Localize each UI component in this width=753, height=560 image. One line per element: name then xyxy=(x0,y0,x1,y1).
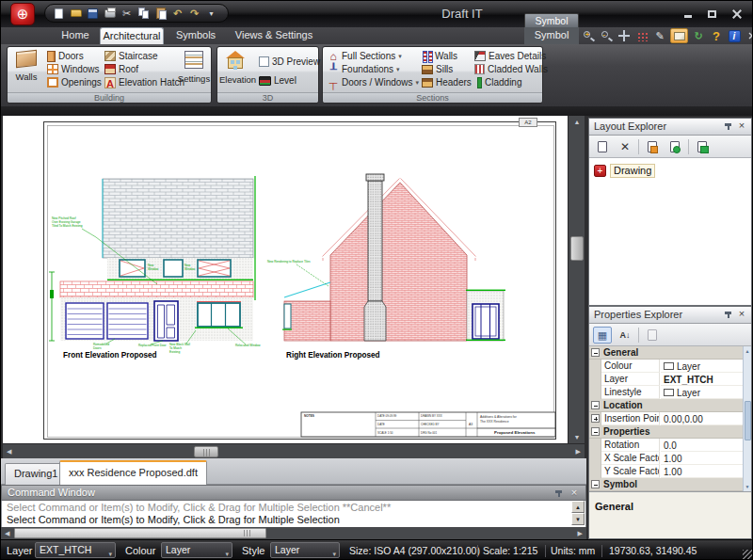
headers-button[interactable]: Headers xyxy=(422,76,472,88)
collapse-icon[interactable] xyxy=(591,427,600,436)
doc-tab-drawing1[interactable]: Drawing1 xyxy=(5,463,67,485)
property-row-rotation[interactable]: Rotation0.0 xyxy=(589,439,743,452)
colour-dropdown[interactable]: Layer▾ xyxy=(161,542,232,558)
collapse-icon[interactable] xyxy=(591,480,600,488)
collapse-icon[interactable] xyxy=(591,348,600,357)
property-row-colour[interactable]: ColourLayer xyxy=(589,360,743,373)
copy-button[interactable] xyxy=(136,5,152,22)
sort-alphabetical-button[interactable]: A↓ xyxy=(616,327,634,344)
sills-button[interactable]: Sills xyxy=(422,63,453,75)
cut-button[interactable]: ✂ xyxy=(119,5,135,22)
command-scroll-up-button[interactable]: ▲ xyxy=(571,501,585,513)
pin-icon[interactable] xyxy=(554,489,563,498)
command-history[interactable]: Select Command or Item(s) to Modify, Cli… xyxy=(1,501,586,527)
insert-layout-button[interactable] xyxy=(693,138,712,155)
resize-grip[interactable] xyxy=(743,550,752,559)
vertical-scroll-thumb[interactable] xyxy=(570,236,584,261)
maximize-button[interactable] xyxy=(704,8,720,20)
layout-item-drawing[interactable]: + Drawing xyxy=(594,164,655,178)
application-menu-button[interactable]: ⊕ xyxy=(10,3,35,25)
tab-symbols[interactable]: Symbols xyxy=(169,27,222,44)
eaves-details-button[interactable]: Eaves Details xyxy=(474,50,546,62)
category-properties[interactable]: Properties xyxy=(589,425,743,439)
collapse-icon[interactable] xyxy=(591,401,600,409)
zoom-in-button[interactable]: + xyxy=(581,29,596,43)
property-row-xscale[interactable]: X Scale Factor1.00 xyxy=(589,452,743,465)
close-panel-icon[interactable]: × xyxy=(737,310,746,319)
drawing-canvas[interactable]: A2 xyxy=(3,116,568,443)
cladding-button[interactable]: Cladding xyxy=(474,76,521,88)
elevation-button[interactable]: Elevation xyxy=(219,49,253,93)
zoom-out-button[interactable]: - xyxy=(599,29,614,43)
close-panel-icon[interactable]: × xyxy=(737,121,746,131)
qat-customize-button[interactable]: ▾ xyxy=(203,5,219,22)
contextual-tab-symbol[interactable]: Symbol xyxy=(524,27,579,44)
scroll-down-icon[interactable]: ▼ xyxy=(569,434,585,440)
paste-button[interactable] xyxy=(152,5,168,22)
pan-button[interactable] xyxy=(617,29,632,43)
categorized-view-button[interactable]: ▦ xyxy=(593,327,612,344)
property-pages-button[interactable] xyxy=(643,327,662,344)
canvas-vertical-scrollbar[interactable]: ▲ ▼ xyxy=(568,116,585,443)
minimize-button[interactable] xyxy=(680,8,696,20)
pin-icon[interactable] xyxy=(724,311,732,319)
tab-home[interactable]: Home xyxy=(52,27,99,44)
scroll-left-icon[interactable]: ◀ xyxy=(7,448,11,456)
roof-button[interactable]: Roof xyxy=(104,63,138,75)
layer-dropdown[interactable]: EXT_HTCH▾ xyxy=(35,542,116,558)
save-button[interactable] xyxy=(85,5,101,22)
3d-preview-checkbox[interactable]: 3D Preview xyxy=(259,56,320,68)
property-row-layer[interactable]: LayerEXT_HTCH xyxy=(589,373,743,386)
expand-icon[interactable] xyxy=(591,414,600,423)
close-panel-icon[interactable]: × xyxy=(569,488,579,498)
elevation-hatch-button[interactable]: A Elevation Hatch xyxy=(104,76,184,88)
scroll-down-icon[interactable]: ▼ xyxy=(744,484,751,489)
staircase-button[interactable]: Staircase xyxy=(104,50,158,62)
level-button[interactable]: Level xyxy=(259,74,296,87)
close-button[interactable] xyxy=(729,8,745,20)
scroll-left-icon[interactable]: ◀ xyxy=(5,530,9,537)
category-general[interactable]: General xyxy=(589,346,743,360)
settings-button[interactable]: Settings xyxy=(177,49,211,93)
help-button[interactable]: ? xyxy=(709,29,724,43)
close-symbol-button[interactable] xyxy=(745,29,753,43)
style-dropdown[interactable]: Layer▾ xyxy=(270,542,340,558)
update-layout-button[interactable] xyxy=(665,138,684,155)
new-layout-button[interactable] xyxy=(593,138,612,155)
scroll-up-icon[interactable]: ▲ xyxy=(744,348,751,354)
tab-views-settings[interactable]: Views & Settings xyxy=(228,27,320,44)
command-scroll-thumb[interactable] xyxy=(14,528,266,538)
doc-tab-residence[interactable]: xxx Residence Proposed.dft xyxy=(59,460,207,485)
print-button[interactable] xyxy=(102,5,118,22)
open-button[interactable] xyxy=(68,5,84,22)
redo-button[interactable]: ↷ xyxy=(186,5,202,22)
cladded-walls-button[interactable]: Cladded Walls xyxy=(474,63,548,75)
refresh-button[interactable]: ↻ xyxy=(691,29,706,43)
scroll-up-icon[interactable]: ▲ xyxy=(569,119,585,125)
scroll-right-icon[interactable]: ▶ xyxy=(576,448,581,456)
property-row-yscale[interactable]: Y Scale Factor1.00 xyxy=(589,465,743,478)
command-horizontal-scrollbar[interactable]: ◀ ▶ xyxy=(1,527,586,539)
category-location[interactable]: Location xyxy=(589,399,743,412)
info-button[interactable]: i xyxy=(727,29,742,43)
sketch-button[interactable]: ✎ xyxy=(652,29,667,43)
grid-snap-button[interactable] xyxy=(634,29,649,43)
foundations-button[interactable]: ┸ Foundations ▾ xyxy=(328,63,400,75)
category-symbol[interactable]: Symbol xyxy=(589,478,743,491)
scroll-right-icon[interactable]: ▶ xyxy=(578,530,583,537)
section-walls-button[interactable]: Walls xyxy=(422,50,457,62)
horizontal-scroll-thumb[interactable] xyxy=(194,446,218,457)
undo-button[interactable]: ↶ xyxy=(169,5,185,22)
walls-button[interactable]: Walls xyxy=(9,49,43,93)
tab-architectural[interactable]: Architectural xyxy=(100,27,164,44)
pin-icon[interactable] xyxy=(724,122,732,131)
command-scroll-down-button[interactable]: ▼ xyxy=(571,513,585,525)
delete-layout-button[interactable]: ✕ xyxy=(616,138,634,155)
property-row-insertion-point[interactable]: Insertion Point0.00,0.00 xyxy=(589,412,743,425)
property-grid-scrollbar[interactable]: ▲ ▼ xyxy=(743,346,751,491)
full-sections-button[interactable]: ⌂ Full Sections ▾ xyxy=(328,50,402,62)
import-layout-button[interactable] xyxy=(643,138,662,155)
canvas-horizontal-scrollbar[interactable]: ◀ ▶ xyxy=(3,443,585,458)
symbol-editor-button-active[interactable] xyxy=(670,28,688,43)
openings-button[interactable]: Openings xyxy=(47,76,102,88)
